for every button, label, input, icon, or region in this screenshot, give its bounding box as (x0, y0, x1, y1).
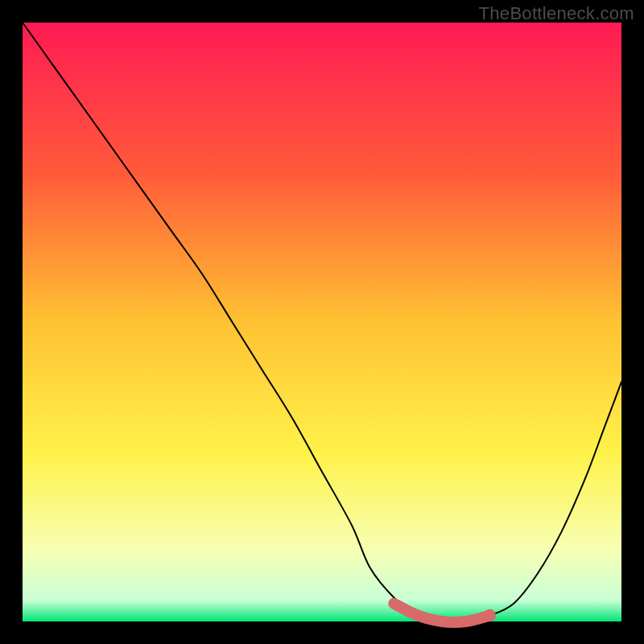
watermark-text: TheBottleneck.com (479, 3, 634, 24)
optimal-band-end-dot (484, 609, 496, 621)
plot-area (23, 23, 621, 621)
chart-svg (0, 0, 644, 644)
chart-stage: TheBottleneck.com (0, 0, 644, 644)
